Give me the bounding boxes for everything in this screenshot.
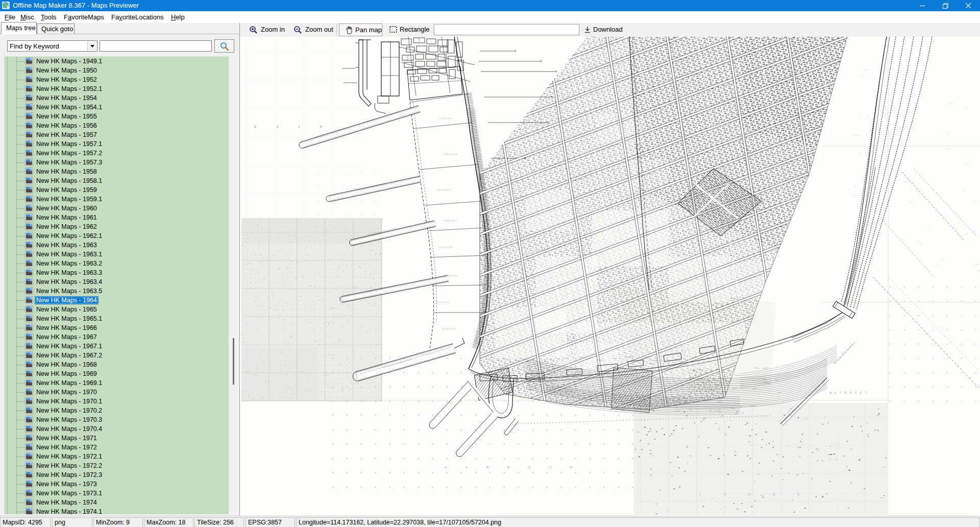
svg-text:C: C: [855, 391, 857, 394]
svg-text:R: R: [320, 125, 323, 128]
svg-text:J: J: [298, 125, 300, 128]
svg-text:O: O: [276, 125, 279, 128]
svg-text:R: R: [850, 391, 852, 394]
svg-text:N: N: [748, 493, 750, 496]
svg-text:H: H: [445, 466, 447, 469]
svg-text:A: A: [465, 466, 468, 469]
svg-text:D: D: [773, 493, 775, 496]
svg-text:E: E: [254, 125, 256, 128]
svg-text:W: W: [829, 391, 832, 394]
svg-text:B: B: [507, 466, 509, 469]
svg-text:T: T: [865, 391, 867, 394]
svg-text:A: A: [724, 493, 726, 496]
svg-text:U: U: [549, 466, 551, 469]
svg-text:O: O: [528, 466, 531, 469]
svg-text:R: R: [486, 466, 489, 469]
svg-text:S: S: [797, 493, 799, 496]
svg-text:T: T: [840, 391, 841, 394]
svg-text:R: R: [570, 466, 573, 469]
